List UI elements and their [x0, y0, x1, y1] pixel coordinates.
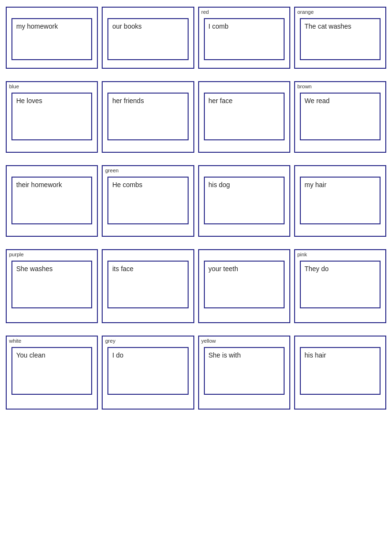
card-row-3: their homeworkgreenHe combshis dogmy hai… [4, 163, 388, 239]
card-inner-r4-c4: They do [300, 261, 381, 308]
card-text-r5-c2: I do [112, 351, 123, 359]
card-text-r4-c1: She washes [16, 264, 53, 273]
card-inner-r5-c3: She is with [204, 347, 285, 395]
card-text-r3-c2: He combs [112, 180, 142, 189]
card-text-r4-c3: your teeth [209, 264, 238, 273]
card-inner-r3-c4: my hair [300, 177, 381, 224]
card-outer-r3-c4: my hair [294, 165, 386, 237]
color-label-r1-c4: orange [297, 9, 314, 15]
card-outer-r5-c4: his hair [294, 336, 386, 410]
color-label-r4-c1: purple [9, 252, 24, 257]
card-text-r2-c4: We read [305, 96, 330, 105]
card-text-r1-c2: our books [112, 22, 141, 31]
card-text-r1-c4: The cat washes [305, 22, 351, 31]
card-text-r3-c4: my hair [305, 180, 327, 189]
card-inner-r3-c1: their homework [11, 177, 92, 224]
card-text-r1-c3: I comb [209, 22, 229, 31]
card-outer-r1-c2: our books [102, 7, 194, 69]
card-outer-r4-c3: your teeth [198, 249, 290, 323]
card-outer-r2-c1: blueHe loves [6, 81, 98, 153]
card-inner-r2-c1: He loves [11, 93, 92, 140]
card-outer-r3-c3: his dog [198, 165, 290, 237]
card-inner-r2-c2: her friends [107, 93, 188, 140]
page: my homeworkour booksredI comborangeThe c… [0, 0, 392, 425]
card-inner-r1-c1: my homework [11, 18, 92, 60]
card-inner-r4-c3: your teeth [204, 261, 285, 308]
card-inner-r1-c3: I comb [204, 18, 285, 60]
card-outer-r5-c3: yellowShe is with [198, 336, 290, 410]
card-inner-r2-c3: her face [204, 93, 285, 140]
card-outer-r2-c3: her face [198, 81, 290, 153]
card-outer-r3-c1: their homework [6, 165, 98, 237]
card-outer-r4-c4: pinkThey do [294, 249, 386, 323]
card-outer-r4-c2: its face [102, 249, 194, 323]
card-outer-r2-c4: brownWe read [294, 81, 386, 153]
card-row-5: whiteYou cleangreyI doyellowShe is withh… [4, 334, 388, 411]
card-outer-r1-c3: redI comb [198, 7, 290, 69]
card-text-r5-c1: You clean [16, 351, 45, 359]
card-outer-r1-c4: orangeThe cat washes [294, 7, 386, 69]
card-outer-r3-c2: greenHe combs [102, 165, 194, 237]
card-row-4: purpleShe washesits faceyour teethpinkTh… [4, 247, 388, 325]
card-text-r4-c4: They do [305, 264, 329, 273]
card-inner-r5-c1: You clean [11, 347, 92, 395]
card-outer-r2-c2: her friends [102, 81, 194, 153]
color-label-r5-c3: yellow [201, 338, 216, 344]
card-outer-r4-c1: purpleShe washes [6, 249, 98, 323]
card-outer-r1-c1: my homework [6, 7, 98, 69]
card-inner-r5-c2: I do [107, 347, 188, 395]
card-inner-r3-c2: He combs [107, 177, 188, 224]
card-inner-r2-c4: We read [300, 93, 381, 140]
color-label-r5-c2: grey [105, 338, 115, 344]
color-label-r2-c4: brown [297, 84, 312, 89]
card-text-r5-c4: his hair [305, 351, 326, 359]
card-text-r2-c2: her friends [112, 96, 144, 105]
card-row-2: blueHe lovesher friendsher facebrownWe r… [4, 79, 388, 155]
card-inner-r1-c4: The cat washes [300, 18, 381, 60]
color-label-r3-c2: green [105, 168, 118, 173]
card-text-r2-c3: her face [209, 96, 233, 105]
card-row-1: my homeworkour booksredI comborangeThe c… [4, 5, 388, 71]
color-label-r4-c4: pink [297, 252, 307, 257]
card-outer-r5-c2: greyI do [102, 336, 194, 410]
card-inner-r3-c3: his dog [204, 177, 285, 224]
card-text-r5-c3: She is with [209, 351, 241, 359]
card-text-r2-c1: He loves [16, 96, 42, 105]
color-label-r5-c1: white [9, 338, 21, 344]
color-label-r1-c3: red [201, 9, 209, 15]
card-inner-r4-c2: its face [107, 261, 188, 308]
card-text-r1-c1: my homework [16, 22, 58, 31]
card-inner-r4-c1: She washes [11, 261, 92, 308]
card-text-r3-c3: his dog [209, 180, 230, 189]
card-text-r3-c1: their homework [16, 180, 62, 189]
card-inner-r5-c4: his hair [300, 347, 381, 395]
card-outer-r5-c1: whiteYou clean [6, 336, 98, 410]
card-inner-r1-c2: our books [107, 18, 188, 60]
card-text-r4-c2: its face [112, 264, 133, 273]
color-label-r2-c1: blue [9, 84, 19, 89]
